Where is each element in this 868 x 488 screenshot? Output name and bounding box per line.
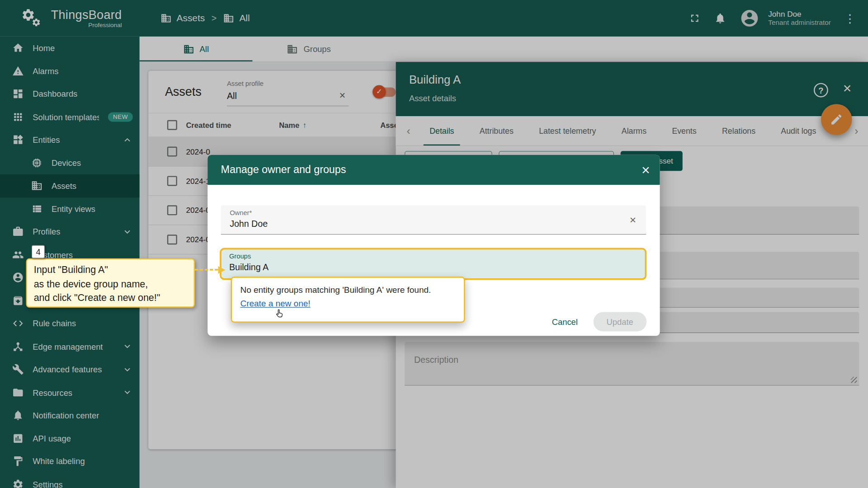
update-button[interactable]: Update	[593, 312, 646, 332]
annotation-arrow	[195, 269, 218, 271]
annotation-line: as the device group name,	[34, 277, 187, 291]
cancel-button[interactable]: Cancel	[546, 313, 583, 331]
owner-value: John Doe	[230, 219, 637, 229]
groups-input-value: Building A	[229, 262, 637, 272]
dialog-close-button[interactable]: ×	[642, 163, 650, 177]
owner-field[interactable]: Owner* John Doe ×	[221, 205, 646, 235]
annotation-line: and click "Create a new one!"	[34, 291, 187, 305]
no-match-message: No entity groups matching 'Building A' w…	[240, 285, 455, 295]
close-icon: ×	[642, 162, 650, 178]
owner-label: Owner*	[230, 209, 637, 217]
dialog-actions: Cancel Update	[546, 312, 646, 332]
groups-label: Groups	[229, 252, 637, 260]
annotation-callout: Input "Building A" as the device group n…	[26, 258, 195, 308]
dialog-title: Manage owner and groups	[221, 164, 346, 176]
hand-cursor-icon	[274, 308, 285, 319]
dialog-header: Manage owner and groups ×	[208, 155, 660, 185]
groups-input[interactable]: Groups Building A	[220, 248, 646, 280]
clear-owner-icon[interactable]: ×	[630, 214, 636, 226]
annotation-step-number: 4	[32, 245, 45, 258]
annotation-line: Input "Building A"	[34, 263, 187, 277]
groups-autocomplete-dropdown: No entity groups matching 'Building A' w…	[231, 277, 465, 323]
screen: ThingsBoard Professional Assets > All Jo…	[0, 0, 868, 488]
